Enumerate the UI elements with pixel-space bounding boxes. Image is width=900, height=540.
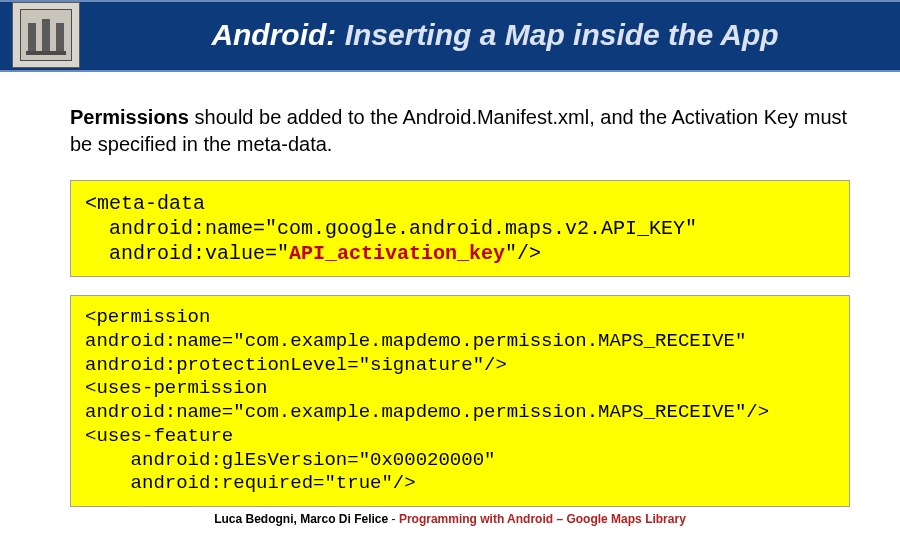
code2-l4: <uses-permission bbox=[85, 377, 267, 399]
svg-rect-0 bbox=[28, 23, 36, 51]
code1-l3b: "/> bbox=[505, 242, 541, 265]
intro-text: Permissions should be added to the Andro… bbox=[70, 104, 850, 158]
title-prefix: Android: bbox=[211, 18, 336, 51]
footer-authors: Luca Bedogni, Marco Di Felice bbox=[214, 512, 388, 526]
code2-l6: <uses-feature bbox=[85, 425, 233, 447]
seal-svg-icon bbox=[24, 13, 68, 57]
code2-l5: android:name="com.example.mapdemo.permis… bbox=[85, 401, 769, 423]
slide-title: Android: Inserting a Map inside the App bbox=[110, 18, 880, 52]
university-seal-icon bbox=[12, 2, 80, 68]
footer-sep: - bbox=[388, 512, 399, 526]
seal-inner bbox=[20, 9, 72, 61]
code2-l2: android:name="com.example.mapdemo.permis… bbox=[85, 330, 746, 352]
code1-l3a: android:value=" bbox=[85, 242, 289, 265]
code-block-metadata: <meta-data android:name="com.google.andr… bbox=[70, 180, 850, 277]
intro-bold: Permissions bbox=[70, 106, 189, 128]
code2-l1: <permission bbox=[85, 306, 210, 328]
footer-course: Programming with Android – Google Maps L… bbox=[399, 512, 686, 526]
code1-l2: android:name="com.google.android.maps.v2… bbox=[85, 217, 697, 240]
title-rest: Inserting a Map inside the App bbox=[336, 18, 778, 51]
body: Permissions should be added to the Andro… bbox=[70, 104, 850, 525]
code2-l3: android:protectionLevel="signature"/> bbox=[85, 354, 507, 376]
svg-rect-2 bbox=[56, 23, 64, 51]
code1-l1: <meta-data bbox=[85, 192, 205, 215]
code2-l7: android:glEsVersion="0x00020000" bbox=[85, 449, 495, 471]
svg-rect-1 bbox=[42, 19, 50, 51]
svg-rect-3 bbox=[26, 51, 66, 55]
code-block-permissions: <permission android:name="com.example.ma… bbox=[70, 295, 850, 507]
code2-l8: android:required="true"/> bbox=[85, 472, 416, 494]
footer: Luca Bedogni, Marco Di Felice - Programm… bbox=[0, 512, 900, 526]
code1-key: API_activation_key bbox=[289, 242, 505, 265]
